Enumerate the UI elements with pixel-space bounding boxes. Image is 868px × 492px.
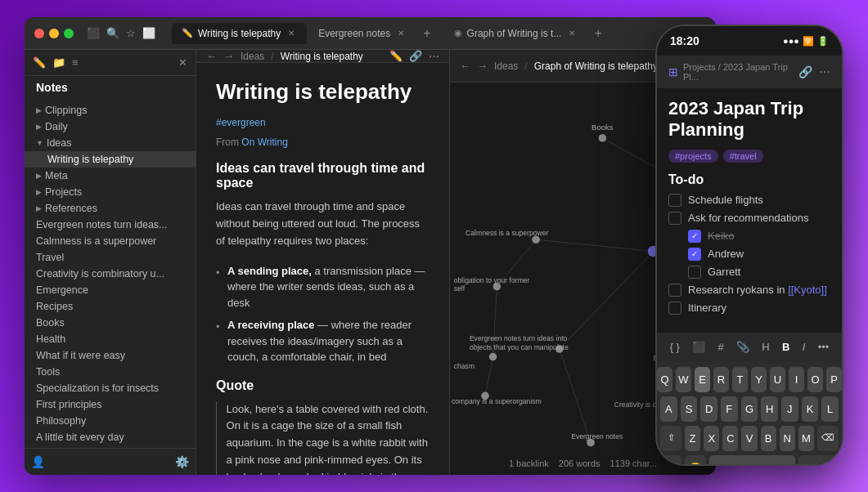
check-item-ryokans[interactable]: Research ryokans in [[Kyoto]] <box>668 284 830 297</box>
check-item-garrett[interactable]: Garrett <box>668 266 830 279</box>
check-item-recommendations[interactable]: Ask for recommendations <box>668 212 830 225</box>
sidebar-item-daily[interactable]: ▶ Daily <box>25 119 196 135</box>
key-Q[interactable]: Q <box>657 367 672 392</box>
sidebar-item-travel[interactable]: Travel <box>25 249 196 266</box>
key-space[interactable]: space <box>709 455 795 466</box>
key-return[interactable]: return <box>798 455 839 466</box>
sidebar-item-references[interactable]: ▶ References <box>25 200 196 217</box>
sidebar-item-first[interactable]: First principles <box>25 396 196 413</box>
tab-graph[interactable]: ◉ Graph of Writing is t... ✕ <box>444 23 588 44</box>
nav-back[interactable]: ← <box>206 50 217 62</box>
italic-tool[interactable]: I <box>803 341 806 353</box>
sidebar-item-projects[interactable]: ▶ Projects <box>25 184 196 200</box>
link-icon[interactable]: 🔗 <box>409 50 422 62</box>
edit-icon[interactable]: ✏️ <box>389 50 403 62</box>
key-H[interactable]: H <box>761 396 778 422</box>
phone-tag-travel[interactable]: #travel <box>723 150 763 163</box>
search-icon[interactable]: 🔍 <box>106 27 119 39</box>
key-A[interactable]: A <box>660 396 677 422</box>
sidebar-item-easy[interactable]: What if it were easy <box>25 347 196 364</box>
sidebar-item-books[interactable]: Books <box>25 315 196 331</box>
sidebar-item-philosophy[interactable]: Philosophy <box>25 413 196 429</box>
tab-add[interactable]: + <box>418 26 435 41</box>
key-T[interactable]: T <box>732 367 748 392</box>
tab-close-3[interactable]: ✕ <box>566 28 578 39</box>
graph-nav-back[interactable]: ← <box>460 60 470 72</box>
checkbox-flights[interactable] <box>668 194 681 207</box>
key-W[interactable]: W <box>676 367 691 392</box>
checkbox-keiko[interactable]: ✓ <box>688 230 701 243</box>
key-L[interactable]: L <box>821 396 839 422</box>
phone-link-icon[interactable]: 🔗 <box>798 65 812 78</box>
nav-forward[interactable]: → <box>223 50 234 62</box>
sidebar-item-ideas[interactable]: ▼ Ideas <box>25 135 196 151</box>
sidebar-item-health[interactable]: Health <box>25 331 196 347</box>
check-item-flights[interactable]: Schedule flights <box>668 194 830 207</box>
bold-tool[interactable]: B <box>782 341 789 353</box>
tab-writing-telepathy[interactable]: ✏️ Writing is telepathy ✕ <box>172 23 307 44</box>
tab-close-2[interactable]: ✕ <box>395 28 407 39</box>
graph-nav-forward[interactable]: → <box>477 60 488 72</box>
maximize-button[interactable] <box>64 29 74 38</box>
sidebar-item-emergence[interactable]: Emergence <box>25 282 196 298</box>
key-Z[interactable]: Z <box>685 426 700 451</box>
sidebar-item-meta[interactable]: ▶ Meta <box>25 168 196 184</box>
sidebar-item-creativity[interactable]: Creativity is combinatory u... <box>25 266 196 282</box>
sidebar-item-clippings[interactable]: ▶ Clippings <box>25 102 196 119</box>
folder-icon[interactable]: 📁 <box>52 56 65 69</box>
phone-tag-projects[interactable]: #projects <box>668 150 718 163</box>
more-icon[interactable]: ⋯ <box>429 50 439 62</box>
minimize-button[interactable] <box>49 29 59 38</box>
tab-add-2[interactable]: + <box>589 26 606 41</box>
key-U[interactable]: U <box>770 367 785 392</box>
checkbox-recommendations[interactable] <box>668 212 681 225</box>
checkbox-garrett[interactable] <box>688 266 701 279</box>
note-tag[interactable]: #evergreen <box>216 117 266 128</box>
tag-tool[interactable]: # <box>718 341 724 353</box>
key-C[interactable]: C <box>722 426 738 451</box>
attach-tool[interactable]: 📎 <box>736 341 749 353</box>
key-emoji[interactable]: 🙂 <box>685 455 706 466</box>
checkbox-ryokans[interactable] <box>668 284 681 297</box>
key-O[interactable]: O <box>807 367 823 392</box>
check-item-andrew[interactable]: ✓ Andrew <box>668 248 830 261</box>
key-delete[interactable]: ⌫ <box>817 426 839 451</box>
table-tool[interactable]: ⬛ <box>692 341 705 353</box>
key-X[interactable]: X <box>704 426 719 451</box>
key-M[interactable]: M <box>798 426 814 451</box>
tab-close-1[interactable]: ✕ <box>286 28 297 39</box>
phone-grid-icon[interactable]: ⊞ <box>668 65 678 78</box>
new-note-icon[interactable]: ✏️ <box>33 56 46 69</box>
star-icon[interactable]: ☆ <box>126 27 136 39</box>
key-R[interactable]: R <box>713 367 729 392</box>
heading-tool[interactable]: H <box>762 341 769 353</box>
phone-more-icon[interactable]: ⋯ <box>819 65 830 78</box>
sidebar-icon[interactable]: ⬜ <box>142 27 155 39</box>
key-P[interactable]: P <box>826 367 842 392</box>
key-D[interactable]: D <box>700 396 717 422</box>
key-K[interactable]: K <box>802 396 819 422</box>
close-icon[interactable]: ✕ <box>178 56 187 69</box>
code-tool[interactable]: { } <box>670 341 680 353</box>
checkbox-itinerary[interactable] <box>668 302 681 315</box>
check-item-keiko[interactable]: ✓ Keiko <box>668 230 830 243</box>
tab-evergreen[interactable]: Evergreen notes ✕ <box>308 23 416 44</box>
person-icon[interactable]: 👤 <box>31 455 45 468</box>
key-B[interactable]: B <box>761 426 776 451</box>
sidebar-item-calmness[interactable]: Calmness is a superpower <box>25 233 196 249</box>
sidebar-item-specialization[interactable]: Specialization is for insects <box>25 380 196 396</box>
sidebar-item-evergreen-notes[interactable]: Evergreen notes turn ideas... <box>25 217 196 233</box>
key-I[interactable]: I <box>789 367 804 392</box>
sidebar-item-writing-telepathy[interactable]: Writing is telepathy <box>25 151 196 168</box>
close-button[interactable] <box>34 29 44 38</box>
key-Y[interactable]: Y <box>751 367 767 392</box>
on-writing-link[interactable]: On Writing <box>241 136 287 148</box>
sidebar-item-recipes[interactable]: Recipes <box>25 298 196 315</box>
sidebar-item-tools[interactable]: Tools <box>25 364 196 380</box>
more-format-tool[interactable]: ••• <box>818 341 830 353</box>
sidebar-item-little[interactable]: A little bit every day <box>25 429 196 445</box>
key-N[interactable]: N <box>780 426 795 451</box>
check-item-itinerary[interactable]: Itinerary <box>668 302 830 315</box>
key-G[interactable]: G <box>741 396 758 422</box>
key-S[interactable]: S <box>681 396 698 422</box>
